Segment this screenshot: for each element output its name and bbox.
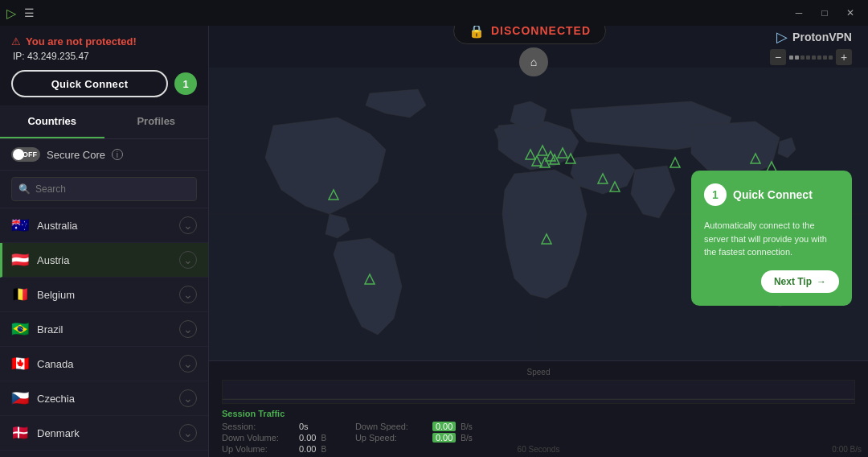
ip-display: IP: 43.249.235.47 [13, 51, 197, 62]
toggle-label: OFF [23, 150, 37, 159]
speed-chart [222, 380, 855, 404]
zoom-controls: − + [770, 49, 852, 65]
quick-connect-row: Quick Connect 1 [11, 70, 197, 97]
minimize-button[interactable]: ─ [788, 2, 810, 24]
stat-session-value: 0s [299, 422, 309, 431]
sidebar: ⚠ You are not protected! IP: 43.249.235.… [0, 26, 209, 457]
expand-denmark[interactable]: ⌄ [179, 424, 197, 442]
stat-up-speed-label: Up Speed: [355, 433, 428, 443]
brand-corner: ▷ ProtonVPN − + [770, 28, 852, 65]
country-item-belgium[interactable]: 🇧🇪 Belgium ⌄ [0, 278, 208, 312]
tab-profiles[interactable]: Profiles [104, 105, 209, 138]
stat-down-volume-label: Down Volume: [222, 433, 294, 443]
country-name-denmark: Denmark [37, 427, 171, 439]
maximize-button[interactable]: □ [813, 2, 836, 24]
expand-brazil[interactable]: ⌄ [179, 320, 197, 338]
close-button[interactable]: ✕ [839, 2, 862, 24]
country-item-canada[interactable]: 🇨🇦 Canada ⌄ [0, 347, 208, 381]
zoom-indicator [789, 56, 833, 60]
stat-down-speed-value: 0.00 [432, 422, 456, 431]
country-item-brazil[interactable]: 🇧🇷 Brazil ⌄ [0, 312, 208, 347]
warning-icon: ⚠ [11, 35, 21, 47]
country-item-finland[interactable]: 🇫🇮 Finland ⌄ [0, 451, 208, 457]
country-name-brazil: Brazil [37, 323, 171, 336]
flag-brazil: 🇧🇷 [11, 323, 29, 336]
home-button[interactable]: ⌂ [519, 47, 548, 76]
window-controls: ─ □ ✕ [788, 2, 862, 24]
zoom-dot-1 [789, 56, 793, 60]
zoom-dot-7 [823, 56, 827, 60]
map-area: 🔒 DISCONNECTED ⌂ ▷ ProtonVPN − [209, 26, 868, 457]
stat-up-speed: Up Speed: 0.00 B/s [355, 433, 473, 443]
connection-status-badge: 🔒 DISCONNECTED [453, 26, 606, 44]
bottom-time-label: 60 Seconds [518, 445, 560, 454]
stat-down-speed: Down Speed: 0.00 B/s [355, 422, 473, 431]
tooltip-title: Quick Connect [733, 188, 813, 201]
search-box: 🔍 [11, 177, 197, 201]
quick-connect-button[interactable]: Quick Connect [11, 70, 168, 97]
stat-down-speed-unit: B/s [461, 422, 472, 431]
zoom-out-button[interactable]: − [770, 49, 786, 65]
country-name-austria: Austria [37, 254, 171, 266]
flag-austria: 🇦🇹 [11, 253, 29, 266]
secure-core-toggle[interactable]: OFF [11, 147, 40, 162]
stat-up-volume: Up Volume: 0.00 B [222, 444, 339, 454]
info-icon[interactable]: i [112, 149, 123, 160]
stat-up-volume-unit: B [321, 445, 326, 454]
search-container: 🔍 [0, 171, 208, 208]
flag-czechia: 🇨🇿 [11, 392, 29, 405]
secure-core-row: OFF Secure Core i [0, 139, 208, 171]
stat-up-volume-label: Up Volume: [222, 444, 294, 454]
titlebar-left: ▷ ☰ [6, 6, 35, 21]
warning-row: ⚠ You are not protected! [11, 35, 197, 47]
lock-icon: 🔒 [469, 26, 485, 39]
bottom-speed-label: 0:00 B/s [832, 445, 862, 454]
expand-czechia[interactable]: ⌄ [179, 389, 197, 407]
sidebar-header: ⚠ You are not protected! IP: 43.249.235.… [0, 26, 208, 105]
expand-belgium[interactable]: ⌄ [179, 286, 197, 303]
protonvpn-logo: ▷ ProtonVPN [776, 28, 852, 46]
expand-austria[interactable]: ⌄ [179, 251, 197, 269]
next-tip-arrow: → [817, 276, 826, 287]
zoom-dot-5 [812, 56, 816, 60]
country-name-australia: Australia [37, 220, 171, 232]
hamburger-menu[interactable]: ☰ [24, 6, 35, 19]
top-bar: 🔒 DISCONNECTED ⌂ ▷ ProtonVPN − [209, 26, 868, 68]
stat-up-speed-value: 0.00 [432, 433, 456, 443]
search-input[interactable] [35, 183, 190, 195]
toggle-knob [13, 149, 24, 160]
zoom-dot-3 [800, 56, 805, 60]
stat-up-speed-unit: B/s [461, 434, 472, 443]
next-tip-button[interactable]: Next Tip → [761, 270, 839, 293]
zoom-dot-2 [795, 56, 799, 60]
country-item-austria[interactable]: 🇦🇹 Austria ⌄ [0, 243, 208, 278]
warning-text: You are not protected! [26, 35, 137, 47]
brand-name: ProtonVPN [792, 31, 852, 43]
stat-session-label: Session: [222, 422, 294, 431]
country-item-australia[interactable]: 🇦🇺 Australia ⌄ [0, 208, 208, 243]
country-item-denmark[interactable]: 🇩🇰 Denmark ⌄ [0, 416, 208, 451]
main-container: ⚠ You are not protected! IP: 43.249.235.… [0, 26, 868, 457]
titlebar: ▷ ☰ ─ □ ✕ [0, 0, 868, 26]
zoom-in-button[interactable]: + [836, 49, 852, 65]
zoom-dot-4 [806, 56, 810, 60]
session-traffic-panel: Session Traffic Session: 0s Down Speed: … [222, 409, 473, 454]
tab-countries[interactable]: Countries [0, 105, 104, 138]
sidebar-tabs: Countries Profiles [0, 105, 208, 139]
flag-belgium: 🇧🇪 [11, 288, 29, 301]
connection-status-text: DISCONNECTED [491, 26, 591, 37]
stats-grid: Session: 0s Down Speed: 0.00 B/s Down Vo… [222, 422, 473, 454]
stat-session: Session: 0s [222, 422, 339, 431]
stat-down-speed-label: Down Speed: [355, 422, 428, 431]
expand-canada[interactable]: ⌄ [179, 355, 197, 373]
country-name-czechia: Czechia [37, 393, 171, 405]
stat-down-volume-unit: B [321, 434, 326, 443]
quick-connect-badge: 1 [174, 72, 197, 95]
country-name-belgium: Belgium [37, 289, 171, 301]
stat-down-volume-value: 0.00 [299, 433, 316, 443]
bottom-stats: Speed Session Traffic Session: 0s Down [209, 360, 868, 457]
tooltip-number: 1 [704, 183, 727, 206]
expand-australia[interactable]: ⌄ [179, 216, 197, 234]
country-item-czechia[interactable]: 🇨🇿 Czechia ⌄ [0, 381, 208, 416]
flag-canada: 🇨🇦 [11, 357, 29, 370]
